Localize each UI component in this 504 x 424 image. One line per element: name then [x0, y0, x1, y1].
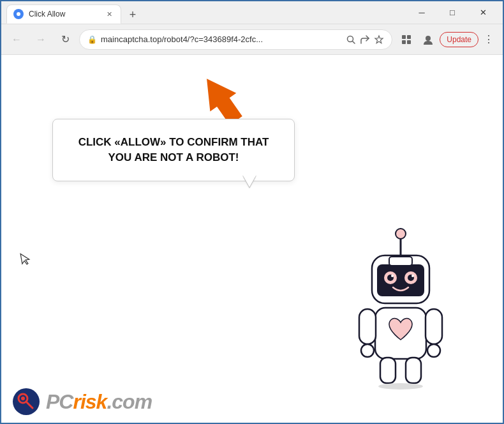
forward-button[interactable]: → [31, 29, 51, 50]
page-content: CLICK «ALLOW» TO CONFIRM THAT YOU ARE NO… [1, 55, 503, 423]
svg-rect-14 [377, 264, 424, 296]
tab-favicon [13, 9, 24, 19]
profile-button[interactable] [418, 29, 438, 50]
minimize-button[interactable]: ─ [407, 1, 436, 24]
svg-point-24 [361, 344, 374, 357]
address-bar[interactable]: 🔒 maincaptcha.top/robot4/?c=343689f4-2cf… [79, 29, 392, 50]
speech-bubble: CLICK «ALLOW» TO CONFIRM THAT YOU ARE NO… [52, 119, 295, 181]
robot-character [337, 225, 464, 384]
tab-area: Click Allow ✕ + [6, 1, 407, 24]
tab-close-button[interactable]: ✕ [104, 9, 114, 19]
svg-marker-30 [20, 252, 30, 265]
lock-icon: 🔒 [87, 35, 97, 44]
extensions-button[interactable] [396, 29, 417, 50]
svg-point-20 [411, 275, 414, 277]
svg-rect-8 [407, 40, 411, 44]
svg-point-26 [427, 344, 440, 357]
menu-button[interactable]: ⋮ [480, 31, 498, 49]
mouse-cursor [19, 251, 33, 270]
arrow-container [186, 68, 237, 119]
svg-point-12 [396, 229, 406, 239]
browser-window: Click Allow ✕ + ─ □ ✕ ← → ↻ 🔒 maincaptch… [0, 0, 504, 424]
svg-rect-5 [402, 35, 406, 39]
active-tab[interactable]: Click Allow ✕ [6, 4, 121, 24]
url-text: maincaptcha.top/robot4/?c=343689f4-2cfc.… [101, 34, 342, 44]
maximize-button[interactable]: □ [438, 1, 467, 24]
svg-marker-4 [375, 36, 383, 43]
pcrisk-text: PCrisk.com [46, 390, 152, 414]
pcrisk-watermark: PCrisk.com [13, 388, 152, 415]
svg-point-9 [426, 36, 431, 41]
update-button[interactable]: Update [440, 32, 478, 47]
svg-rect-28 [406, 358, 421, 383]
title-bar: Click Allow ✕ + ─ □ ✕ [1, 1, 503, 24]
back-button[interactable]: ← [6, 29, 27, 50]
bubble-text: CLICK «ALLOW» TO CONFIRM THAT YOU ARE NO… [71, 135, 276, 165]
svg-rect-27 [380, 358, 396, 383]
orange-arrow-icon [186, 68, 244, 125]
svg-point-1 [17, 12, 20, 16]
search-icon [346, 34, 356, 45]
window-controls: ─ □ ✕ [407, 1, 498, 24]
tab-title: Click Allow [29, 10, 99, 19]
share-icon [360, 34, 370, 45]
svg-point-19 [391, 275, 394, 277]
refresh-button[interactable]: ↻ [55, 29, 75, 50]
bookmark-icon [374, 34, 384, 45]
svg-point-29 [378, 383, 423, 390]
svg-rect-21 [389, 257, 412, 266]
svg-rect-7 [402, 40, 406, 44]
pcrisk-orange: risk [73, 390, 107, 413]
close-button[interactable]: ✕ [468, 1, 498, 24]
svg-rect-6 [407, 35, 411, 39]
svg-point-33 [21, 397, 25, 400]
svg-rect-23 [359, 309, 376, 344]
toolbar: ← → ↻ 🔒 maincaptcha.top/robot4/?c=343689… [1, 24, 503, 55]
toolbar-right: Update ⋮ [396, 29, 498, 50]
svg-line-3 [353, 41, 355, 43]
pcrisk-logo [13, 388, 40, 415]
new-tab-button[interactable]: + [124, 6, 142, 24]
svg-marker-10 [194, 70, 244, 125]
svg-rect-25 [426, 309, 442, 344]
